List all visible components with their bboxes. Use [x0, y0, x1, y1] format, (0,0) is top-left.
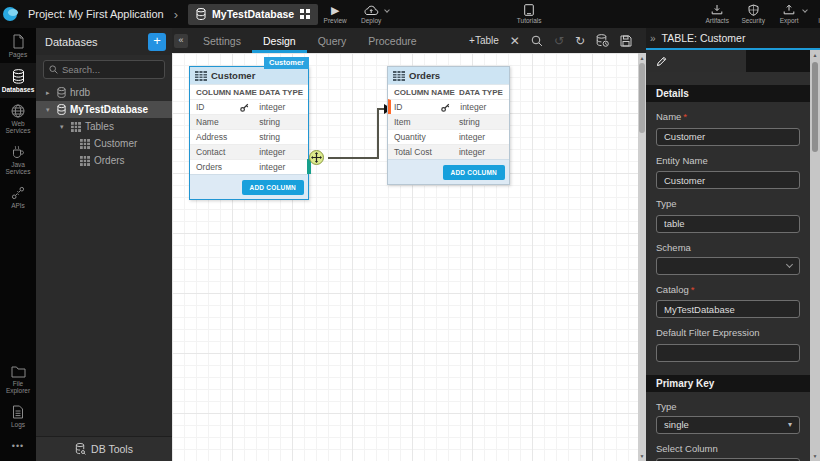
- close-icon[interactable]: ✕: [510, 35, 520, 47]
- db-tools-button[interactable]: DB Tools: [36, 436, 172, 461]
- rail-item-logs[interactable]: Logs: [0, 399, 36, 433]
- column-row-id[interactable]: ID integer: [190, 99, 308, 114]
- deploy-button[interactable]: Deploy: [354, 0, 388, 28]
- app-logo[interactable]: [0, 0, 20, 28]
- field-pk-type: Type single ▾: [656, 401, 800, 434]
- caret-right-icon[interactable]: ▸: [46, 89, 53, 97]
- file-explorer-folder-icon: [11, 365, 26, 378]
- chevron-down-icon: [802, 7, 808, 13]
- redo-icon[interactable]: ↻: [575, 35, 585, 47]
- database-icon: [196, 8, 206, 20]
- project-label[interactable]: Project: My First Application: [28, 8, 164, 20]
- collapse-inspector-button[interactable]: »: [650, 33, 656, 44]
- search-input[interactable]: [62, 64, 162, 75]
- field-select-column: Select Column ID: [656, 443, 800, 461]
- topbar-actions: ▶ Preview Deploy Tutorials Artifacts Sec…: [318, 0, 820, 28]
- tab-procedure[interactable]: Procedure: [357, 28, 427, 53]
- name-input[interactable]: [656, 128, 800, 146]
- tree-item-mytestdatabase[interactable]: ▾ MyTestDatabase: [36, 101, 172, 118]
- tab-settings[interactable]: Settings: [192, 28, 252, 53]
- scroll-up-icon[interactable]: ▲: [640, 53, 645, 63]
- chevron-right-icon[interactable]: ›: [174, 7, 178, 22]
- move-handle-icon[interactable]: [309, 150, 324, 165]
- column-row[interactable]: Ordersinteger: [190, 159, 308, 174]
- tree-item-customer[interactable]: Customer: [36, 135, 172, 152]
- table-icon: [80, 156, 90, 166]
- scroll-down-icon[interactable]: ▼: [640, 451, 645, 461]
- grid-icon[interactable]: [300, 9, 310, 19]
- add-database-button[interactable]: +: [148, 33, 166, 51]
- scroll-up-icon[interactable]: ▲: [813, 50, 818, 60]
- key-icon: [240, 103, 249, 112]
- pencil-icon: [656, 56, 667, 67]
- scroll-down-icon[interactable]: ▼: [813, 451, 818, 461]
- canvas-scrollbar[interactable]: ▲ ▼: [638, 53, 646, 461]
- column-row[interactable]: Total Costinteger: [388, 144, 509, 159]
- column-headers: COLUMN NAMEDATA TYPE: [388, 84, 509, 99]
- pk-type-select[interactable]: single ▾: [656, 416, 800, 434]
- rail-item-pages[interactable]: Pages: [0, 28, 36, 63]
- design-canvas[interactable]: Customer Customer COLUMN NAMEDATA TYPE I…: [172, 53, 646, 461]
- database-tab-label: MyTestDatabase: [212, 8, 294, 20]
- databases-panel: Databases + ▸ hrdb ▾ MyTestDatabase ▾ Ta…: [36, 28, 172, 461]
- tab-edit[interactable]: [646, 50, 746, 72]
- add-column-button[interactable]: ADD COLUMN: [242, 180, 304, 195]
- tree-item-orders[interactable]: Orders: [36, 152, 172, 169]
- scrollbar-thumb[interactable]: [812, 62, 818, 152]
- artifacts-button[interactable]: Artifacts: [700, 0, 734, 28]
- rail-item-apis[interactable]: APIs: [0, 180, 36, 214]
- tree-item-tables[interactable]: ▾ Tables: [36, 118, 172, 135]
- catalog-input[interactable]: [656, 300, 800, 318]
- entity-name-input[interactable]: [656, 171, 800, 189]
- column-row[interactable]: Namestring: [190, 114, 308, 129]
- type-input[interactable]: [656, 215, 800, 233]
- tab-query[interactable]: Query: [307, 28, 358, 53]
- export-upload-icon: [783, 4, 795, 16]
- inspector-tabs: [646, 50, 820, 72]
- search-box[interactable]: [43, 60, 165, 79]
- tutorials-button[interactable]: Tutorials: [512, 0, 546, 28]
- schema-select[interactable]: [656, 257, 800, 275]
- column-row[interactable]: Contactinteger: [190, 144, 308, 159]
- add-table-button[interactable]: +Table: [469, 35, 499, 46]
- export-button[interactable]: Export: [772, 0, 806, 28]
- add-column-button[interactable]: ADD COLUMN: [443, 165, 505, 180]
- column-row[interactable]: Itemstring: [388, 114, 509, 129]
- tutorials-icon: [524, 4, 534, 16]
- caret-down-icon[interactable]: ▾: [46, 106, 53, 114]
- table-card-header-orders[interactable]: Orders: [388, 67, 509, 84]
- rail-more-button[interactable]: •••: [12, 433, 24, 461]
- rail-item-file-explorer[interactable]: File Explorer: [0, 359, 36, 399]
- web-services-globe-icon: [11, 104, 25, 118]
- table-card-customer[interactable]: Customer Customer COLUMN NAMEDATA TYPE I…: [189, 66, 309, 200]
- inspector-scrollbar[interactable]: ▲ ▼: [810, 50, 820, 461]
- rail-item-web-services[interactable]: Web Services: [0, 98, 36, 139]
- table-card-orders[interactable]: Orders COLUMN NAMEDATA TYPE ID integer I…: [387, 66, 510, 185]
- i18n-button[interactable]: I18N: [808, 0, 820, 28]
- rail-item-java-services[interactable]: Java Services: [0, 139, 36, 180]
- required-mark: *: [691, 284, 695, 295]
- db-tools-icon: [75, 443, 86, 455]
- database-workspace-tab[interactable]: MyTestDatabase: [188, 4, 318, 25]
- rail-item-databases[interactable]: Databases: [0, 63, 36, 98]
- caret-down-icon[interactable]: ▾: [60, 123, 67, 131]
- tab-design[interactable]: Design: [252, 28, 307, 53]
- security-button[interactable]: Security: [736, 0, 770, 28]
- undo-icon[interactable]: ↺: [554, 35, 564, 47]
- column-row-id[interactable]: ID integer: [388, 99, 509, 114]
- db-sync-icon[interactable]: [596, 34, 609, 47]
- table-name-badge: Customer: [264, 57, 309, 69]
- save-icon[interactable]: [620, 35, 632, 47]
- default-filter-input[interactable]: [656, 344, 800, 362]
- table-card-header-customer[interactable]: Customer: [190, 67, 308, 84]
- column-row[interactable]: Quantityinteger: [388, 129, 509, 144]
- tree-item-hrdb[interactable]: ▸ hrdb: [36, 84, 172, 101]
- caret-down-icon: ▾: [788, 420, 792, 429]
- design-toolbar: +Table ✕ ↺ ↻: [469, 34, 646, 47]
- select-column-select[interactable]: ID: [656, 458, 800, 461]
- scrollbar-thumb[interactable]: [639, 63, 645, 133]
- preview-button[interactable]: ▶ Preview: [318, 0, 352, 28]
- search-icon[interactable]: [531, 35, 543, 47]
- column-row[interactable]: Addressstring: [190, 129, 308, 144]
- collapse-sidebar-button[interactable]: «: [174, 34, 188, 48]
